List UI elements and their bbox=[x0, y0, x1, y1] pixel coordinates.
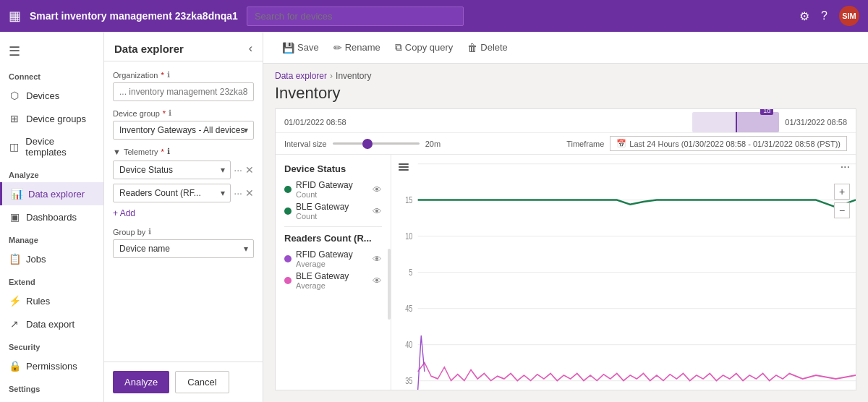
group-by-select-wrapper: Device name bbox=[113, 239, 254, 258]
legend-ble-gateway-status-sub: Count bbox=[296, 212, 368, 221]
search-input[interactable] bbox=[247, 7, 464, 26]
telemetry-select-wrapper-2: Readers Count (RF... bbox=[113, 184, 231, 202]
delete-button[interactable]: 🗑 Delete bbox=[460, 38, 515, 57]
sidebar-item-devices[interactable]: ⬡ Devices bbox=[0, 84, 103, 107]
legend-panel: Device Status RFID Gateway Count 👁 bbox=[276, 155, 391, 390]
explorer-panel-header: Data explorer ‹ bbox=[104, 32, 263, 61]
legend-ble-gateway-count-sub: Average bbox=[296, 281, 368, 290]
sidebar-item-device-groups[interactable]: ⊞ Device groups bbox=[0, 107, 103, 130]
legend-item-rfid-gateway-count: RFID Gateway Average 👁 bbox=[284, 249, 382, 268]
add-telemetry-button[interactable]: + Add bbox=[113, 207, 254, 220]
legend-eye-ble-count[interactable]: 👁 bbox=[373, 275, 382, 286]
sidebar-item-jobs[interactable]: 📋 Jobs bbox=[0, 247, 103, 270]
sidebar-item-device-templates[interactable]: ◫ Device templates bbox=[0, 130, 103, 163]
devices-icon: ⬡ bbox=[9, 90, 20, 101]
sidebar: ☰ Connect ⬡ Devices ⊞ Device groups ◫ De… bbox=[0, 32, 104, 402]
rename-button[interactable]: ✏ Rename bbox=[326, 38, 388, 57]
interval-slider[interactable] bbox=[333, 142, 420, 145]
device-group-info-icon[interactable]: ℹ bbox=[169, 108, 171, 118]
telemetry-row-2-close-icon[interactable]: ✕ bbox=[245, 187, 254, 199]
device-groups-icon: ⊞ bbox=[9, 113, 20, 124]
legend-eye-ble-status[interactable]: 👁 bbox=[373, 206, 382, 217]
explorer-collapse-button[interactable]: ‹ bbox=[249, 42, 252, 55]
avatar[interactable]: SIM bbox=[839, 6, 859, 26]
save-button[interactable]: 💾 Save bbox=[275, 38, 326, 57]
explorer-panel-body: Organization * ℹ Device group * ℹ Invent… bbox=[104, 61, 263, 362]
timeframe-select[interactable]: 📅 Last 24 Hours (01/30/2022 08:58 - 01/3… bbox=[610, 136, 847, 151]
sidebar-item-devices-label: Devices bbox=[26, 90, 59, 101]
sidebar-item-data-export[interactable]: ↗ Data export bbox=[0, 312, 103, 335]
cancel-button[interactable]: Cancel bbox=[175, 371, 229, 393]
sidebar-item-permissions-label: Permissions bbox=[26, 361, 77, 372]
sidebar-item-rules[interactable]: ⚡ Rules bbox=[0, 289, 103, 312]
sidebar-item-data-export-label: Data export bbox=[26, 319, 75, 330]
explorer-panel-title: Data explorer bbox=[114, 43, 184, 55]
device-group-select-wrapper: Inventory Gateways - All devices bbox=[113, 121, 254, 140]
sidebar-item-data-explorer-label: Data explorer bbox=[28, 189, 85, 200]
zoom-in-button[interactable]: + bbox=[834, 184, 850, 200]
sidebar-item-device-templates-label: Device templates bbox=[25, 136, 95, 158]
device-status-legend-title: Device Status bbox=[284, 163, 382, 174]
org-input[interactable] bbox=[113, 82, 254, 101]
telemetry-row-1-close-icon[interactable]: ✕ bbox=[245, 164, 254, 176]
telemetry-info-icon[interactable]: ℹ bbox=[167, 147, 170, 156]
copy-query-button[interactable]: ⧉ Copy query bbox=[388, 38, 460, 57]
legend-eye-rfid-count[interactable]: 👁 bbox=[373, 254, 382, 265]
legend-dot-rfid-status bbox=[284, 186, 292, 193]
legend-eye-rfid-status[interactable]: 👁 bbox=[373, 184, 382, 195]
legend-rfid-gateway-count-sub: Average bbox=[296, 260, 368, 268]
telemetry-toggle[interactable]: ▼ bbox=[113, 147, 121, 156]
permissions-icon: 🔒 bbox=[9, 360, 20, 372]
data-export-icon: ↗ bbox=[9, 318, 20, 330]
telemetry-section: ▼ Telemetry * ℹ Device Status ··· ✕ bbox=[113, 147, 254, 220]
manage-section-label: Manage bbox=[0, 228, 103, 247]
legend-rfid-gateway-status-sub: Count bbox=[296, 190, 368, 199]
top-bar-icons: ⚙ ? SIM bbox=[799, 6, 859, 26]
org-info-icon[interactable]: ℹ bbox=[167, 70, 170, 80]
sidebar-item-data-explorer[interactable]: 📊 Data explorer bbox=[0, 182, 103, 205]
breadcrumb-parent[interactable]: Data explorer bbox=[275, 71, 327, 81]
jobs-icon: 📋 bbox=[9, 253, 20, 265]
legend-separator bbox=[284, 226, 382, 227]
dashboards-icon: ▣ bbox=[9, 211, 20, 223]
legend-dot-ble-count bbox=[284, 277, 292, 284]
telemetry-row-1-more-icon[interactable]: ··· bbox=[234, 164, 242, 176]
telemetry-row-2-more-icon[interactable]: ··· bbox=[234, 187, 242, 199]
legend-item-ble-gateway-status: BLE Gateway Count 👁 bbox=[284, 202, 382, 221]
security-section-label: Security bbox=[0, 335, 103, 354]
telemetry-row-2: Readers Count (RF... ··· ✕ bbox=[113, 184, 254, 202]
copy-icon: ⧉ bbox=[395, 41, 402, 54]
timeline-end: 01/31/2022 08:58 bbox=[785, 118, 847, 127]
chart-more-button[interactable]: ··· bbox=[841, 161, 850, 174]
sidebar-item-permissions[interactable]: 🔒 Permissions bbox=[0, 354, 103, 377]
breadcrumb-current: Inventory bbox=[336, 71, 371, 81]
help-icon[interactable]: ? bbox=[821, 9, 827, 22]
top-bar: ▦ Smart inventory management 23zka8dnqa1… bbox=[0, 0, 868, 32]
svg-text:5: 5 bbox=[409, 268, 412, 278]
settings-icon[interactable]: ⚙ bbox=[799, 9, 809, 23]
interval-row: Interval size 20m Timeframe 📅 Last 24 Ho… bbox=[276, 133, 856, 155]
group-by-info-icon[interactable]: ℹ bbox=[148, 227, 151, 236]
telemetry-select-1[interactable]: Device Status bbox=[113, 161, 231, 179]
hamburger-button[interactable]: ☰ bbox=[0, 38, 103, 65]
device-templates-icon: ◫ bbox=[9, 141, 20, 153]
legend-item-ble-gateway-count: BLE Gateway Average 👁 bbox=[284, 271, 382, 290]
zoom-out-button[interactable]: − bbox=[834, 202, 850, 218]
svg-text:10: 10 bbox=[405, 231, 412, 241]
analyze-section-label: Analyze bbox=[0, 163, 103, 182]
analyze-button[interactable]: Analyze bbox=[113, 371, 169, 393]
telemetry-select-2[interactable]: Readers Count (RF... bbox=[113, 184, 231, 202]
device-group-select[interactable]: Inventory Gateways - All devices bbox=[113, 121, 254, 140]
calendar-icon: 📅 bbox=[616, 139, 626, 148]
group-by-section: Group by ℹ Device name bbox=[113, 227, 254, 258]
group-by-select[interactable]: Device name bbox=[113, 239, 254, 258]
chart-wrapper: 01/01/2022 08:58 1d 01/31/2022 08:58 bbox=[263, 108, 868, 402]
chart-layers-button[interactable] bbox=[397, 161, 410, 176]
timeframe-text: Last 24 Hours (01/30/2022 08:58 - 01/31/… bbox=[629, 140, 841, 148]
group-by-label: Group by ℹ bbox=[113, 227, 254, 236]
telemetry-header: ▼ Telemetry * ℹ bbox=[113, 147, 254, 156]
telemetry-row-2-icons: ··· ✕ bbox=[234, 187, 254, 199]
sidebar-item-dashboards[interactable]: ▣ Dashboards bbox=[0, 205, 103, 228]
svg-text:35: 35 bbox=[405, 376, 412, 386]
legend-rfid-gateway-count-name: RFID Gateway bbox=[296, 249, 368, 260]
